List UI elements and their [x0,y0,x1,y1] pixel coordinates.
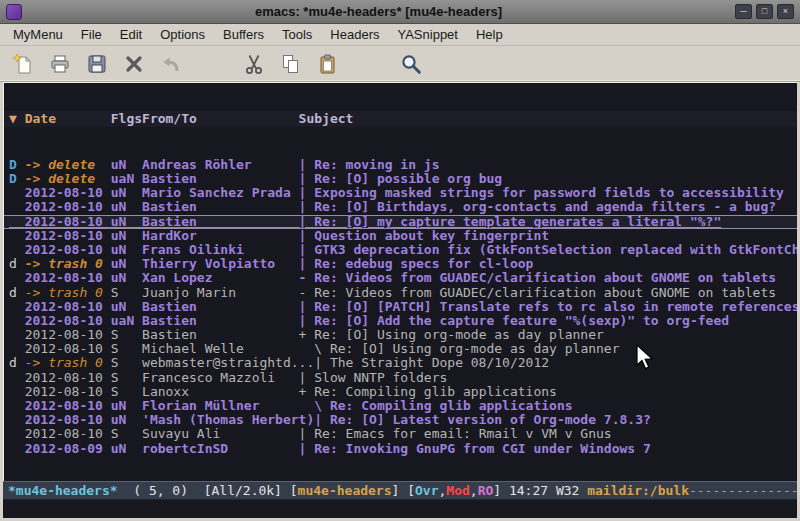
header-col-fromto[interactable]: From/To [142,111,299,126]
flags-cell: S [111,285,142,300]
menu-item-buffers[interactable]: Buffers [214,25,273,44]
message-row[interactable]: 2012-08-10 uN 'Mash (Thomas Herbert)| Re… [4,413,797,427]
menu-item-tools[interactable]: Tools [273,25,321,44]
thread-indicator: | [314,412,330,427]
menu-item-help[interactable]: Help [467,25,512,44]
flags-cell: uN [111,398,142,413]
message-row[interactable]: 2012-08-10 uN Florian Müllner \ Re: Comp… [4,399,797,413]
cut-icon [242,52,266,76]
thread-indicator: | [299,299,315,314]
date-cell: -> delete [25,157,111,172]
thread-indicator: \ [299,341,330,356]
mark-cell [9,199,25,214]
from-cell: Florian Müllner [142,398,299,413]
message-row[interactable]: 2012-08-09 uN robertcInSD | Re: Invoking… [4,442,797,456]
message-row[interactable]: 2012-08-10 uaN Bastien | Re: [O] Add the… [4,314,797,328]
message-row[interactable]: 2012-08-10 uN Bastien | Re: [O] [PATCH] … [4,300,797,314]
date-cell: 2012-08-10 [25,228,111,243]
from-cell: Bastien [142,327,299,342]
message-row[interactable]: 2012-08-10 S Bastien + Re: [O] Using org… [4,328,797,342]
minimize-button[interactable]: ─ [735,4,752,19]
window-titlebar[interactable]: emacs: *mu4e-headers* [mu4e-headers] ─□× [0,0,800,24]
message-row[interactable]: 2012-08-10 S Lanoxx + Re: Compiling glib… [4,385,797,399]
subject-cell: Re: moving in js [314,157,439,172]
close-icon [122,52,146,76]
subject-cell: Question about key fingerprint [314,228,549,243]
maximize-button[interactable]: □ [756,4,773,19]
from-cell: Frans Oilinki [142,242,299,257]
from-cell: Mario Sanchez Prada [142,185,299,200]
menu-item-headers[interactable]: Headers [321,25,388,44]
mode-line: *mu4e-headers* ( 5, 0) [All/2.0k] [mu4e-… [3,481,797,500]
mark-cell [9,426,25,441]
from-cell: Thierry Volpiatto [142,256,299,271]
mark-cell [9,441,25,456]
header-col-subject[interactable]: Subject [299,111,354,126]
subject-cell: Re: edebug specs for cl-loop [314,256,533,271]
header-line[interactable]: ▼ Date FlgsFrom/To Subject [4,111,797,127]
header-col-flgs[interactable]: Flgs [111,111,142,126]
toolbar-print-button[interactable] [45,49,75,79]
message-row[interactable]: d -> trash 0 S Juanjo Marin - Re: Videos… [4,286,797,300]
toolbar-paste-button[interactable] [313,49,343,79]
message-row[interactable]: 2012-08-10 S Francesco Mazzoli | Slow NN… [4,371,797,385]
thread-indicator: | [299,256,315,271]
message-row[interactable]: 2012-08-10 uN HardKor | Question about k… [4,229,797,243]
flags-cell: uN [111,299,142,314]
flags-cell: S [111,370,142,385]
menu-item-yasnippet[interactable]: YASnippet [388,25,466,44]
flags-cell: S [111,426,142,441]
thread-indicator: | [299,199,315,214]
message-row[interactable]: 2012-08-10 uN Frans Oilinki | GTK3 depre… [4,243,797,257]
menu-item-options[interactable]: Options [151,25,214,44]
from-cell: HardKor [142,228,299,243]
subject-cell: The Straight Dope 08/10/2012 [330,355,549,370]
toolbar-new-file-button[interactable] [8,49,38,79]
menu-item-mymenu[interactable]: MyMenu [4,25,72,44]
message-row[interactable]: 2012-08-10 uN Xan Lopez - Re: Videos fro… [4,271,797,285]
date-cell: 2012-08-10 [25,398,111,413]
from-cell: webmaster@straightd... [142,355,314,370]
message-row[interactable]: D -> delete uaN Bastien | Re: [O] possib… [4,172,797,186]
date-cell: 2012-08-10 [25,199,111,214]
message-row[interactable]: D -> delete uN Andreas Röhler | Re: movi… [4,158,797,172]
toolbar-close-button[interactable] [119,49,149,79]
modeline-segment: [ [407,483,415,498]
window-title: emacs: *mu4e-headers* [mu4e-headers] [22,4,735,19]
message-row[interactable]: d -> trash 0 uN Thierry Volpiatto | Re: … [4,257,797,271]
toolbar-undo-button[interactable] [156,49,186,79]
date-cell: 2012-08-09 [25,441,111,456]
headers-buffer: ▼ Date FlgsFrom/To Subject D -> delete u… [3,82,797,481]
modeline-segment: maildir:/bulk [587,483,689,498]
message-row[interactable]: 2012-08-10 S Michael Welle \ Re: [O] Usi… [4,342,797,356]
echo-area[interactable] [3,500,797,518]
modeline-segment: -------------------------------- [689,483,797,498]
message-row[interactable]: 2012-08-10 uN Bastien | Re: [O] my captu… [4,215,797,229]
close-button[interactable]: × [777,4,794,19]
menu-bar: MyMenuFileEditOptionsBuffersToolsHeaders… [0,24,800,46]
header-col-date[interactable]: ▼ Date [9,111,111,126]
flags-cell: S [111,384,142,399]
mark-cell [9,242,25,257]
modeline-segment: Ovr [415,483,438,498]
menu-item-file[interactable]: File [72,25,111,44]
flags-cell: uN [111,412,142,427]
menu-item-edit[interactable]: Edit [111,25,151,44]
message-row[interactable]: 2012-08-10 S Suvayu Ali | Re: Emacs for … [4,427,797,441]
message-row[interactable]: 2012-08-10 uN Mario Sanchez Prada | Expo… [4,186,797,200]
flags-cell: uN [111,199,142,214]
flags-cell: uaN [111,313,142,328]
message-row[interactable]: 2012-08-10 uN Bastien | Re: [O] Birthday… [4,200,797,214]
from-cell: Bastien [142,299,299,314]
date-cell: 2012-08-10 [25,185,111,200]
copy-icon [279,52,303,76]
toolbar-cut-button[interactable] [239,49,269,79]
toolbar-save-button[interactable] [82,49,112,79]
thread-indicator: | [299,214,315,229]
message-row[interactable]: d -> trash 0 S webmaster@straightd...| T… [4,356,797,370]
modeline-segment: [ [290,483,298,498]
undo-icon [159,52,183,76]
toolbar-copy-button[interactable] [276,49,306,79]
mark-cell [9,412,25,427]
toolbar-search-button[interactable] [396,49,426,79]
